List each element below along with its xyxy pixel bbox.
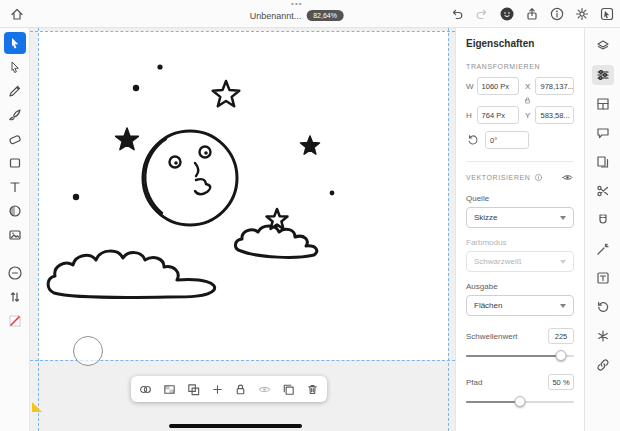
place-image-tool[interactable] [4,224,26,246]
visibility-button[interactable] [256,380,274,398]
cut-panel-button[interactable] [592,181,614,201]
y-input[interactable]: 583,58... [535,106,574,124]
lock-button[interactable] [232,380,250,398]
redo-button[interactable] [473,5,491,23]
panel-rail [584,28,620,431]
effects-panel-button[interactable] [592,239,614,259]
direct-select-tool-icon [7,59,23,75]
undo-icon [449,6,465,22]
width-label: W [466,82,474,91]
slider-knob[interactable] [556,350,567,361]
properties-panel: Eigenschaften TRANSFORMIEREN W 1060 Px X… [455,28,584,431]
x-input[interactable]: 978,137... [535,77,574,95]
group-icon [186,382,201,397]
share-icon [524,6,540,22]
layers-panel-button[interactable] [592,36,614,56]
artboards-panel-button[interactable] [592,152,614,172]
source-label: Quelle [466,194,574,203]
home-button[interactable] [8,5,26,23]
blend-button[interactable] [137,380,155,398]
collapse-icon [7,265,23,281]
brush-tool[interactable] [4,104,26,126]
chevron-down-icon [560,216,566,220]
document-menu[interactable]: ••• [291,1,302,7]
precision-panel-button[interactable] [592,326,614,346]
duplicate-icon [281,382,296,397]
y-label: Y [525,111,533,120]
pencil-tool-icon [7,83,23,99]
panel-divider [466,161,574,162]
artboards-icon [595,154,611,170]
select-tool[interactable] [4,32,26,54]
source-select[interactable]: Skizze [466,207,574,228]
help-button[interactable] [548,5,566,23]
shape-tool[interactable] [4,152,26,174]
comments-panel-button[interactable] [592,123,614,143]
trash-icon [305,382,320,397]
output-select[interactable]: Flächen [466,295,574,316]
delete-button[interactable] [303,380,321,398]
toolbar-collapse-button[interactable] [4,262,26,284]
color-swatch-button[interactable] [4,310,26,332]
circle-shape[interactable] [73,336,103,366]
top-bar: ••• Unbenannt... 82,64% [0,0,620,28]
swap-fill-stroke-icon [7,289,23,305]
height-input[interactable]: 764 Px [477,106,519,124]
threshold-slider[interactable] [466,349,574,362]
threshold-label: Schwellenwert [466,332,518,341]
gradient-tool-icon [7,203,23,219]
undo-button[interactable] [448,5,466,23]
zoom-badge[interactable]: 82,64% [306,10,344,21]
info-icon[interactable] [534,173,543,182]
type-tool[interactable] [4,176,26,198]
touch-shortcut-button[interactable] [598,5,616,23]
duplicate-button[interactable] [279,380,297,398]
layers-icon [595,38,611,54]
threshold-input[interactable]: 225 [548,328,574,344]
mask-button[interactable] [161,380,179,398]
slider-fill [466,401,520,403]
path-input[interactable]: 50 % [548,374,574,390]
account-button[interactable] [498,5,516,23]
rotation-input[interactable]: 0° [485,131,529,149]
group-button[interactable] [184,380,202,398]
vectorize-preview-toggle[interactable] [561,171,574,184]
add-button[interactable] [208,380,226,398]
mask-icon [162,382,177,397]
settings-button[interactable] [573,5,591,23]
direct-select-tool[interactable] [4,56,26,78]
chevron-down-icon [560,260,566,264]
vectorize-section-header: VEKTORISIEREN [466,174,530,181]
chevron-down-icon [560,304,566,308]
history-panel-button[interactable] [592,297,614,317]
eraser-tool[interactable] [4,128,26,150]
gradient-tool[interactable] [4,200,26,222]
share-button[interactable] [523,5,541,23]
sketch-drawing [38,31,448,360]
type-settings-panel-button[interactable] [592,268,614,288]
snapping-panel-button[interactable] [592,210,614,230]
link-panel-button[interactable] [592,355,614,375]
home-indicator[interactable] [169,424,302,428]
magnet-icon [595,212,611,228]
transform-section-header: TRANSFORMIEREN [466,63,574,70]
width-input[interactable]: 1060 Px [477,77,519,95]
redo-icon [474,6,490,22]
pencil-tool[interactable] [4,80,26,102]
link-dimensions-toggle[interactable] [523,96,574,105]
lock-small-icon [523,96,574,105]
libraries-panel-button[interactable] [592,94,614,114]
wand-icon [595,241,611,257]
colormode-select[interactable]: Schwarzweiß [466,251,574,272]
source-select-value: Skizze [474,213,498,222]
slider-knob[interactable] [515,396,526,407]
artboard[interactable] [38,31,448,360]
swap-fill-stroke-button[interactable] [4,286,26,308]
rotate-icon [466,133,480,147]
help-icon [549,6,565,22]
no-color-swatch [7,313,23,329]
canvas[interactable] [30,28,455,431]
brush-tool-icon [7,107,23,123]
path-slider[interactable] [466,395,574,408]
properties-panel-button[interactable] [592,65,614,85]
